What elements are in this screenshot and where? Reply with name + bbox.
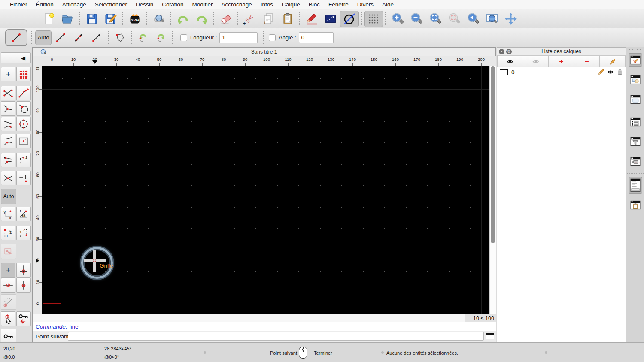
menu-item-affichage[interactable]: Affichage	[58, 1, 91, 8]
snap-free-button[interactable]: +	[1, 67, 15, 81]
coord-relative-1-button[interactable]: 1 2	[1, 226, 15, 240]
menu-item-selectionner[interactable]: Sélectionner	[91, 1, 131, 8]
close-icon[interactable]: ×	[499, 49, 504, 54]
layer-edit-pencil-icon[interactable]	[598, 69, 605, 75]
snap-restrict-box-button[interactable]	[16, 134, 31, 148]
redo-button[interactable]	[192, 11, 211, 27]
save-button[interactable]	[82, 11, 101, 27]
menu-item-dessin[interactable]: Dessin	[131, 1, 158, 8]
keyboard-focus-button[interactable]	[486, 333, 494, 339]
menu-item-modifier[interactable]: Modifier	[188, 1, 217, 8]
layer-color-swatch[interactable]	[500, 69, 508, 75]
clipboard-widget-toggle-button[interactable]	[629, 198, 642, 212]
add-layer-button[interactable]: +	[549, 56, 574, 67]
snap-circle-button[interactable]	[16, 117, 31, 131]
zoom-auto-button[interactable]	[426, 11, 445, 27]
snap-middle-button[interactable]	[1, 117, 15, 131]
hide-all-layers-button[interactable]	[523, 56, 549, 67]
horizontal-scrollbar[interactable]: 10 < 100	[33, 314, 496, 322]
save-as-button[interactable]	[101, 11, 120, 27]
menu-item-fichier[interactable]: Fichier	[6, 1, 32, 8]
zoom-in-button[interactable]	[388, 11, 407, 27]
polyline-button[interactable]	[111, 30, 129, 45]
snap-on-entity-button[interactable]	[16, 86, 31, 100]
snap-endpoint-button[interactable]	[1, 86, 15, 100]
coord-cartesian-button[interactable]: y x	[1, 207, 15, 221]
snap-grid-button[interactable]	[16, 67, 31, 81]
menu-item-aide[interactable]: Aide	[378, 1, 398, 8]
length-input[interactable]	[219, 32, 258, 43]
length-checkbox[interactable]	[180, 34, 187, 41]
menu-item-bloc[interactable]: Bloc	[304, 1, 324, 8]
zoom-out-button[interactable]	[407, 11, 426, 27]
layer-visibility-eye-icon[interactable]	[607, 69, 614, 75]
undock-icon[interactable]: ⧉	[506, 49, 512, 54]
zoom-pan-button[interactable]	[501, 11, 520, 27]
block-list-toggle-button[interactable]	[629, 73, 642, 87]
restrict-horizontal-vertical-button[interactable]: 2 1	[16, 153, 31, 167]
menu-item-infos[interactable]: Infos	[256, 1, 277, 8]
entity-list-toggle-button[interactable]	[629, 115, 642, 129]
command-input[interactable]	[68, 332, 484, 341]
snap-tangent-button[interactable]	[16, 101, 31, 116]
restrict-orthogonal-button[interactable]	[1, 153, 15, 167]
paste-button[interactable]	[278, 11, 297, 27]
snap-center-button[interactable]	[1, 101, 15, 116]
menu-item-accrochage[interactable]: Accrochage	[217, 1, 256, 8]
drawing-canvas[interactable]: Grille	[42, 66, 489, 314]
line-ray-button[interactable]	[88, 30, 106, 45]
snap-intersection-manual-button[interactable]: !	[16, 171, 31, 185]
library-browser-toggle-button[interactable]	[629, 93, 642, 106]
blueprint-button[interactable]	[321, 11, 340, 27]
redo-segment-button[interactable]	[152, 30, 170, 45]
angle-input[interactable]	[299, 32, 334, 43]
show-all-layers-button[interactable]	[497, 56, 523, 67]
line-two-points-button[interactable]	[52, 30, 70, 45]
dock-drag-handle[interactable]	[629, 49, 642, 50]
menu-item-fenetre[interactable]: Fenêtre	[324, 1, 353, 8]
restrict-horizontal-button[interactable]	[1, 278, 15, 293]
edit-layer-button[interactable]	[600, 56, 626, 67]
filter-toggle-button[interactable]	[629, 135, 642, 148]
layer-list-toggle-button[interactable]	[629, 53, 642, 67]
snap-intersection-button[interactable]	[1, 171, 15, 185]
new-document-button[interactable]	[39, 11, 58, 27]
vertical-scrollbar-thumb[interactable]	[491, 66, 495, 243]
zoom-previous-button[interactable]	[464, 11, 483, 27]
pen-wizard-toggle-button[interactable]	[629, 154, 642, 168]
menu-item-edition[interactable]: Édition	[32, 1, 58, 8]
line-auto-button[interactable]: Auto	[35, 30, 52, 45]
document-titlebar[interactable]: Sans titre 1	[33, 48, 495, 56]
layer-row[interactable]: 0	[497, 67, 626, 77]
snap-auto-button[interactable]: Auto	[1, 189, 16, 204]
open-file-button[interactable]	[58, 11, 77, 27]
remove-layer-button[interactable]: −	[574, 56, 600, 67]
menu-item-cotation[interactable]: Cotation	[158, 1, 188, 8]
angle-checkbox[interactable]	[269, 34, 276, 41]
command-widget-toggle-button[interactable]	[629, 177, 642, 194]
snap-nearest-button[interactable]	[1, 134, 15, 148]
set-relative-zero-button[interactable]	[1, 311, 15, 326]
menu-item-divers[interactable]: Divers	[353, 1, 378, 8]
undo-segment-button[interactable]	[134, 30, 152, 45]
grid-toggle-button[interactable]	[364, 11, 383, 27]
lock-relative-zero-button[interactable]	[16, 311, 31, 326]
coord-relative-2-button[interactable]: 1 2	[16, 226, 31, 240]
cut-button[interactable]: ✂ +	[240, 11, 259, 27]
menu-item-calque[interactable]: Calque	[277, 1, 304, 8]
snap-back-button[interactable]: ◀	[1, 52, 31, 63]
print-preview-button[interactable]	[149, 11, 168, 27]
restrict-vertical-button[interactable]	[16, 263, 31, 278]
delete-button[interactable]	[216, 11, 235, 27]
restrict-nothing-button[interactable]: +	[1, 263, 15, 278]
current-tool-indicator[interactable]	[5, 29, 27, 46]
copy-button[interactable]: +	[259, 11, 278, 27]
layer-lock-icon[interactable]	[617, 69, 623, 75]
svg-export-button[interactable]: SVG	[125, 11, 144, 27]
vertical-scrollbar[interactable]	[489, 66, 496, 314]
relative-zero-key-button[interactable]	[1, 329, 16, 344]
pen-button[interactable]	[302, 11, 321, 27]
draft-mode-button[interactable]	[340, 11, 359, 27]
coord-polar-button[interactable]: r a	[16, 207, 31, 221]
zoom-window-button[interactable]	[483, 11, 501, 27]
